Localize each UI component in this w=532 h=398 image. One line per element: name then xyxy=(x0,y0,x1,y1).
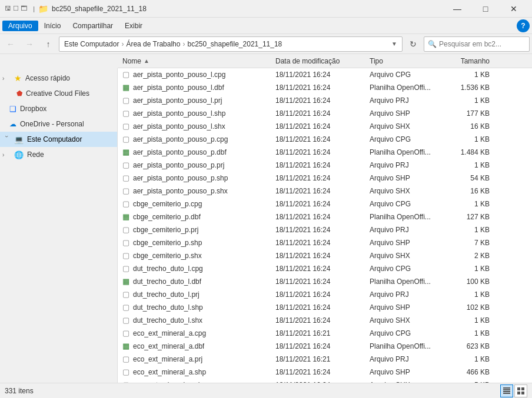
table-row[interactable]: ▢ eco_ext_mineral_a.prj 18/11/2021 16:21… xyxy=(118,353,532,366)
table-row[interactable]: ▢ aer_pista_ponto_pouso_l.cpg 18/11/2021… xyxy=(118,68,532,81)
file-doc-icon: ▢ xyxy=(122,173,129,182)
menu-exibir[interactable]: Exibir xyxy=(119,21,148,31)
status-bar: 331 itens xyxy=(0,383,532,398)
file-size-cell: 1 KB xyxy=(447,265,494,273)
view-details-button[interactable] xyxy=(500,384,513,397)
table-row[interactable]: ▢ dut_trecho_duto_l.shp 18/11/2021 16:24… xyxy=(118,301,532,314)
table-row[interactable]: ▦ eco_ext_mineral_a.dbf 18/11/2021 16:24… xyxy=(118,340,532,353)
sidebar-item-this-computer[interactable]: › 💻 Este Computador xyxy=(0,132,117,147)
file-size-cell: 16 KB xyxy=(447,122,494,131)
file-type-cell: Arquivo CPG xyxy=(365,71,447,79)
table-row[interactable]: ▢ cbge_cemiterio_p.cpg 18/11/2021 16:24 … xyxy=(118,198,532,210)
file-type-cell: Arquivo SHX xyxy=(365,316,447,325)
table-row[interactable]: ▢ eco_ext_mineral_a.cpg 18/11/2021 16:21… xyxy=(118,327,532,340)
main-layout: › ★ Acesso rápido ⬟ Creative Cloud Files… xyxy=(0,68,532,383)
table-row[interactable]: ▢ aer_pista_ponto_pouso_l.shp 18/11/2021… xyxy=(118,107,532,120)
sidebar-item-onedrive[interactable]: ☁ OneDrive - Personal xyxy=(0,116,117,132)
svg-rect-7 xyxy=(521,392,524,394)
search-icon: 🔍 xyxy=(428,40,437,48)
up-button[interactable]: ↑ xyxy=(40,36,56,52)
table-row[interactable]: ▦ dut_trecho_duto_l.dbf 18/11/2021 16:24… xyxy=(118,275,532,288)
file-name-cell: ▢ dut_trecho_duto_l.prj xyxy=(118,290,271,299)
creative-cloud-icon: ⬟ xyxy=(16,89,22,98)
sidebar-item-quick-access[interactable]: › ★ Acesso rápido xyxy=(0,71,117,86)
sidebar-item-creative-cloud[interactable]: ⬟ Creative Cloud Files xyxy=(0,86,117,101)
table-row[interactable]: ▢ cbge_cemiterio_p.shp 18/11/2021 16:24 … xyxy=(118,236,532,249)
close-button[interactable]: ✕ xyxy=(500,0,527,18)
file-doc-icon: ▢ xyxy=(122,264,129,273)
table-row[interactable]: ▢ eco_ext_mineral_a.shx 18/11/2021 16:24… xyxy=(118,379,532,383)
table-row[interactable]: ▢ eco_ext_mineral_a.shp 18/11/2021 16:24… xyxy=(118,366,532,379)
file-name-cell: ▢ aer_pista_ponto_pouso_p.shp xyxy=(118,173,271,182)
table-row[interactable]: ▦ aer_pista_ponto_pouso_p.dbf 18/11/2021… xyxy=(118,146,532,159)
help-button[interactable]: ? xyxy=(517,19,530,32)
svg-rect-1 xyxy=(503,389,510,390)
search-input[interactable] xyxy=(439,40,527,48)
menu-arquivo[interactable]: Arquivo xyxy=(2,21,38,31)
file-date-cell: 18/11/2021 16:24 xyxy=(271,122,365,131)
file-type-cell: Arquivo SHP xyxy=(365,303,447,312)
table-row[interactable]: ▦ aer_pista_ponto_pouso_l.dbf 18/11/2021… xyxy=(118,81,532,94)
forward-button[interactable]: → xyxy=(21,36,38,52)
view-large-icons-button[interactable] xyxy=(514,384,527,397)
breadcrumb[interactable]: Este Computador › Área de Trabalho › bc2… xyxy=(59,36,403,52)
minimize-button[interactable]: — xyxy=(444,0,471,18)
file-size-cell: 102 KB xyxy=(447,303,494,312)
sort-arrow-icon: ▲ xyxy=(144,58,149,64)
file-name-cell: ▢ aer_pista_ponto_pouso_l.shx xyxy=(118,122,271,131)
file-size-cell: 1 KB xyxy=(447,96,494,105)
table-row[interactable]: ▢ aer_pista_ponto_pouso_p.prj 18/11/2021… xyxy=(118,159,532,172)
file-doc-icon: ▢ xyxy=(122,290,129,299)
refresh-button[interactable]: ↻ xyxy=(405,36,421,52)
title-folder-icon: 📁 xyxy=(38,4,48,14)
back-button[interactable]: ← xyxy=(2,36,19,52)
file-size-cell: 1.536 KB xyxy=(447,83,494,92)
file-type-cell: Arquivo PRJ xyxy=(365,161,447,169)
svg-rect-6 xyxy=(517,392,520,394)
table-row[interactable]: ▢ aer_pista_ponto_pouso_p.shx 18/11/2021… xyxy=(118,185,532,198)
file-size-cell: 1 KB xyxy=(447,135,494,143)
svg-rect-0 xyxy=(503,387,510,389)
dropdown-arrow-icon[interactable]: ▼ xyxy=(391,41,397,47)
file-name-cell: ▢ aer_pista_ponto_pouso_l.shp xyxy=(118,109,271,118)
table-row[interactable]: ▢ dut_trecho_duto_l.prj 18/11/2021 16:24… xyxy=(118,288,532,301)
file-date-cell: 18/11/2021 16:24 xyxy=(271,239,365,247)
file-doc-icon: ▢ xyxy=(122,329,129,337)
file-type-cell: Arquivo CPG xyxy=(365,329,447,337)
table-row[interactable]: ▢ aer_pista_ponto_pouso_l.prj 18/11/2021… xyxy=(118,94,532,107)
maximize-button[interactable]: □ xyxy=(472,0,499,18)
table-row[interactable]: ▢ aer_pista_ponto_pouso_p.shp 18/11/2021… xyxy=(118,172,532,185)
col-header-date[interactable]: Data de modificação xyxy=(271,57,365,65)
file-date-cell: 18/11/2021 16:24 xyxy=(271,96,365,105)
file-name-text: aer_pista_ponto_pouso_l.shp xyxy=(133,109,225,118)
menu-compartilhar[interactable]: Compartilhar xyxy=(66,21,119,31)
file-type-cell: Arquivo CPG xyxy=(365,265,447,273)
file-type-cell: Arquivo SHP xyxy=(365,109,447,118)
file-size-cell: 2 KB xyxy=(447,252,494,260)
title-bar-left: 🖫 ☐ 🗔 | 📁 bc250_shapefile_2021_11_18 xyxy=(5,4,147,14)
breadcrumb-sep-1: › xyxy=(121,40,124,48)
file-type-cell: Arquivo PRJ xyxy=(365,226,447,234)
table-row[interactable]: ▢ dut_trecho_duto_l.cpg 18/11/2021 16:24… xyxy=(118,262,532,275)
breadcrumb-item-3: bc250_shapefile_2021_11_18 xyxy=(187,40,282,48)
file-type-cell: Arquivo CPG xyxy=(365,135,447,143)
table-row[interactable]: ▢ dut_trecho_duto_l.shx 18/11/2021 16:24… xyxy=(118,314,532,327)
table-row[interactable]: ▢ cbge_cemiterio_p.prj 18/11/2021 16:24 … xyxy=(118,223,532,236)
col-header-type[interactable]: Tipo xyxy=(365,57,447,65)
table-row[interactable]: ▢ aer_pista_ponto_pouso_l.shx 18/11/2021… xyxy=(118,120,532,133)
col-header-size[interactable]: Tamanho xyxy=(447,57,494,65)
sidebar-item-network[interactable]: › 🌐 Rede xyxy=(0,147,117,162)
table-row[interactable]: ▦ cbge_cemiterio_p.dbf 18/11/2021 16:24 … xyxy=(118,210,532,223)
table-row[interactable]: ▢ aer_pista_ponto_pouso_p.cpg 18/11/2021… xyxy=(118,133,532,146)
file-type-cell: Arquivo PRJ xyxy=(365,96,447,105)
menu-bar: Arquivo Início Compartilhar Exibir ? xyxy=(0,18,532,34)
file-name-text: eco_ext_mineral_a.shp xyxy=(133,368,206,376)
table-row[interactable]: ▢ cbge_cemiterio_p.shx 18/11/2021 16:24 … xyxy=(118,249,532,262)
file-name-cell: ▢ cbge_cemiterio_p.shp xyxy=(118,238,271,247)
status-item-count: 331 itens xyxy=(5,387,34,395)
sidebar-item-dropbox[interactable]: ❑ Dropbox xyxy=(0,101,117,116)
file-date-cell: 18/11/2021 16:24 xyxy=(271,161,365,169)
file-name-cell: ▦ aer_pista_ponto_pouso_l.dbf xyxy=(118,83,271,92)
col-header-name[interactable]: Nome ▲ xyxy=(118,57,271,65)
menu-inicio[interactable]: Início xyxy=(38,21,67,31)
